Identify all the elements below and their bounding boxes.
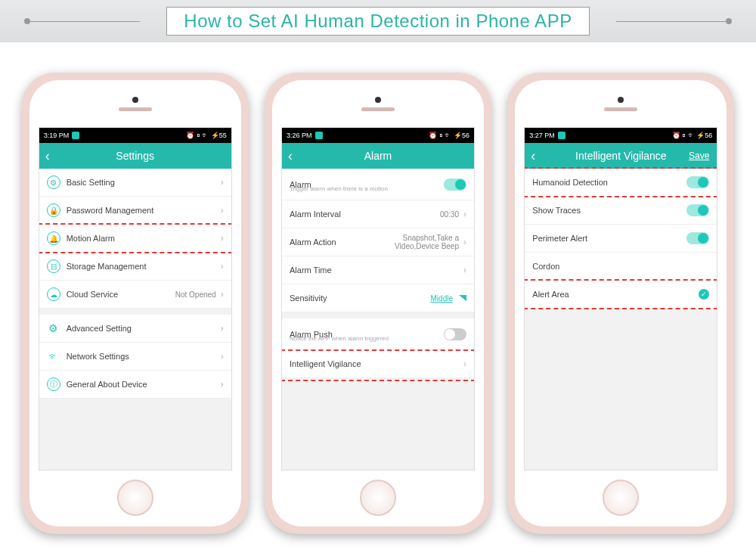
alarm-push-toggle[interactable] bbox=[444, 328, 466, 340]
home-button[interactable] bbox=[603, 480, 639, 516]
row-value: Snapshot,Take a Video,Device Beep bbox=[368, 234, 459, 250]
header-title: Settings bbox=[39, 150, 231, 162]
status-time: 3:26 PM bbox=[287, 132, 312, 139]
app-indicator-icon bbox=[558, 132, 565, 139]
row-alarm-time[interactable]: Alarm Time› bbox=[282, 256, 474, 284]
row-label: Show Traces bbox=[532, 206, 686, 215]
back-icon[interactable]: ‹ bbox=[531, 148, 535, 164]
row-value: 00:30 bbox=[440, 210, 459, 219]
row-motion-alarm[interactable]: 🔔Motion Alarm› bbox=[39, 225, 231, 253]
settings-list: ⚙Basic Setting› 🔒Password Management› 🔔M… bbox=[39, 169, 231, 399]
phone-alarm: 3:26 PM ⏰ ▯ ᯤ ⚡56 ‹ Alarm AlarmTrigger a… bbox=[265, 73, 491, 534]
row-label: Alarm Interval bbox=[290, 210, 440, 219]
row-label: Alarm Time bbox=[290, 266, 463, 275]
row-perimeter-alert[interactable]: Perimeter Alert bbox=[525, 225, 717, 253]
chevron-right-icon: › bbox=[463, 359, 466, 369]
row-label: Alarm Action bbox=[290, 238, 368, 247]
phones-container: 3:19 PM ⏰ ▯ ᯤ ⚡55 ‹ Settings ⚙Basic Sett… bbox=[0, 42, 756, 559]
row-label: Motion Alarm bbox=[67, 234, 221, 243]
chevron-right-icon: › bbox=[221, 351, 224, 362]
row-intelligent-vigilance[interactable]: Intelligent Vigilance› bbox=[282, 350, 474, 378]
app-indicator-icon bbox=[72, 132, 79, 139]
chevron-right-icon: › bbox=[221, 379, 224, 390]
row-label: Storage Management bbox=[67, 262, 221, 271]
row-label: Basic Setting bbox=[67, 178, 221, 187]
row-alert-area[interactable]: Alert Area✓ bbox=[525, 281, 717, 309]
phone-settings: 3:19 PM ⏰ ▯ ᯤ ⚡55 ‹ Settings ⚙Basic Sett… bbox=[22, 73, 249, 534]
check-icon: ✓ bbox=[699, 289, 709, 300]
wifi-icon: ᯤ bbox=[47, 349, 60, 363]
row-password-management[interactable]: 🔒Password Management› bbox=[39, 197, 231, 225]
row-label: Password Management bbox=[67, 206, 221, 215]
status-icons: ⏰ ▯ ᯤ ⚡56 bbox=[429, 132, 469, 139]
row-alarm-interval[interactable]: Alarm Interval00:30› bbox=[282, 200, 474, 228]
row-cordon[interactable]: Cordon bbox=[525, 253, 717, 281]
save-button[interactable]: Save bbox=[689, 151, 709, 161]
row-label: Alert Area bbox=[532, 290, 699, 299]
row-alarm[interactable]: AlarmTrigger alarm when there is a motio… bbox=[282, 169, 474, 200]
row-cloud-service[interactable]: ☁Cloud ServiceNot Opened› bbox=[39, 281, 231, 309]
status-bar: 3:27 PM ⏰ ▯ ᯤ ⚡56 bbox=[525, 128, 717, 143]
chevron-right-icon: › bbox=[463, 237, 466, 247]
row-label: Intelligent Vigilance bbox=[290, 359, 463, 368]
alarm-toggle[interactable] bbox=[444, 179, 466, 191]
traces-toggle[interactable] bbox=[686, 204, 709, 216]
row-label: General About Device bbox=[67, 380, 221, 389]
row-label: Perimeter Alert bbox=[532, 234, 686, 243]
row-label: Advanced Setting bbox=[67, 324, 221, 333]
info-icon: ⓘ bbox=[47, 377, 60, 391]
chevron-right-icon: › bbox=[463, 209, 466, 219]
home-button[interactable] bbox=[360, 480, 396, 516]
perimeter-toggle[interactable] bbox=[686, 232, 709, 244]
row-label: Network Settings bbox=[67, 352, 221, 361]
sliders-icon: ⚙ bbox=[47, 321, 60, 335]
app-indicator-icon bbox=[315, 132, 323, 139]
chevron-right-icon: › bbox=[221, 205, 224, 216]
row-value: Not Opened bbox=[175, 290, 216, 299]
status-bar: 3:26 PM ⏰ ▯ ᯤ ⚡56 bbox=[282, 128, 474, 143]
row-storage-management[interactable]: ⊟Storage Management› bbox=[39, 253, 231, 281]
banner-title: How to Set AI Human Detection in Phone A… bbox=[166, 7, 589, 36]
app-header: ‹ Intelligent Vigilance Save bbox=[525, 143, 717, 169]
gear-icon: ⚙ bbox=[47, 175, 60, 189]
page-banner: How to Set AI Human Detection in Phone A… bbox=[0, 0, 756, 42]
row-subtitle: Notice the APP when alarm triggered bbox=[290, 335, 389, 342]
row-sensitivity[interactable]: SensitivityMiddle bbox=[282, 284, 474, 312]
row-alarm-push[interactable]: Alarm PushNotice the APP when alarm trig… bbox=[282, 318, 474, 350]
header-title: Alarm bbox=[282, 150, 474, 162]
row-label: Cordon bbox=[532, 262, 709, 271]
chevron-right-icon: › bbox=[463, 265, 466, 275]
alarm-list: AlarmTrigger alarm when there is a motio… bbox=[282, 169, 474, 378]
row-subtitle: Trigger alarm when there is a motion bbox=[290, 185, 388, 192]
humanoid-toggle[interactable] bbox=[686, 176, 709, 188]
chevron-right-icon: › bbox=[221, 233, 224, 244]
row-alarm-action[interactable]: Alarm ActionSnapshot,Take a Video,Device… bbox=[282, 228, 474, 256]
row-value: Middle bbox=[431, 294, 453, 303]
home-button[interactable] bbox=[117, 480, 153, 516]
row-label: Cloud Service bbox=[67, 290, 175, 299]
storage-icon: ⊟ bbox=[47, 259, 60, 273]
status-icons: ⏰ ▯ ᯤ ⚡55 bbox=[186, 132, 227, 139]
row-network-settings[interactable]: ᯤNetwork Settings› bbox=[39, 343, 231, 371]
status-time: 3:27 PM bbox=[529, 132, 555, 139]
chevron-right-icon: › bbox=[221, 261, 224, 272]
vigilance-list: Humanoid Detection Show Traces Perimeter… bbox=[525, 169, 717, 309]
phone-intelligent-vigilance: 3:27 PM ⏰ ▯ ᯤ ⚡56 ‹ Intelligent Vigilanc… bbox=[507, 73, 734, 534]
lock-icon: 🔒 bbox=[47, 203, 60, 217]
back-icon[interactable]: ‹ bbox=[45, 148, 50, 164]
row-basic-setting[interactable]: ⚙Basic Setting› bbox=[39, 169, 231, 197]
chevron-right-icon: › bbox=[221, 323, 224, 334]
chevron-right-icon: › bbox=[221, 289, 224, 300]
signal-icon bbox=[459, 295, 466, 301]
chevron-right-icon: › bbox=[221, 177, 224, 188]
row-general-about[interactable]: ⓘGeneral About Device› bbox=[39, 371, 231, 399]
cloud-icon: ☁ bbox=[47, 287, 60, 301]
row-humanoid-detection[interactable]: Humanoid Detection bbox=[525, 169, 717, 197]
status-icons: ⏰ ▯ ᯤ ⚡56 bbox=[672, 132, 713, 139]
status-bar: 3:19 PM ⏰ ▯ ᯤ ⚡55 bbox=[39, 128, 231, 143]
row-show-traces[interactable]: Show Traces bbox=[525, 197, 717, 225]
app-header: ‹ Settings bbox=[39, 143, 231, 169]
back-icon[interactable]: ‹ bbox=[288, 148, 293, 164]
row-advanced-setting[interactable]: ⚙Advanced Setting› bbox=[39, 315, 231, 343]
row-label: Sensitivity bbox=[290, 293, 431, 303]
